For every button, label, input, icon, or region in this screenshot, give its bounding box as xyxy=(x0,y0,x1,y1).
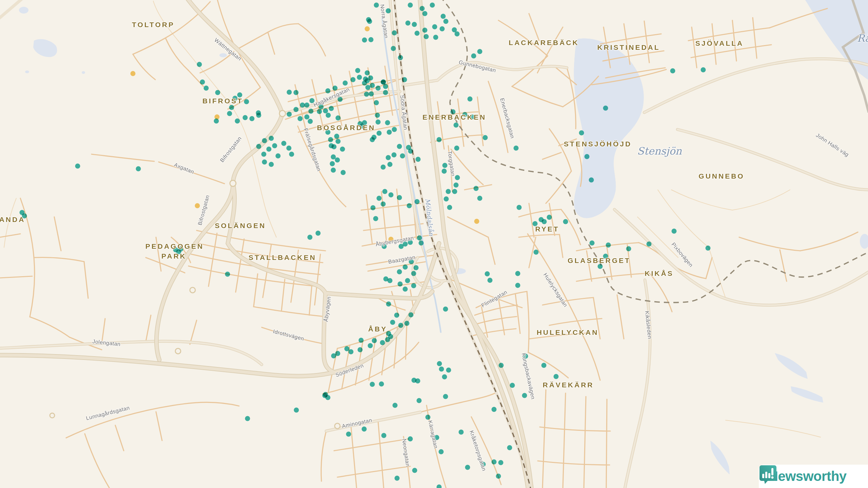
teal-data-point xyxy=(329,106,334,111)
teal-data-point xyxy=(407,203,412,208)
district-label: ENERBACKEN xyxy=(422,113,486,122)
teal-data-point xyxy=(415,199,420,204)
teal-data-point xyxy=(398,282,403,287)
teal-data-point xyxy=(367,19,372,24)
teal-data-point xyxy=(452,189,457,194)
teal-data-point xyxy=(522,393,527,398)
teal-data-point xyxy=(439,367,444,372)
teal-data-point xyxy=(376,120,381,125)
teal-data-point xyxy=(225,272,230,277)
teal-data-point xyxy=(308,119,313,124)
teal-data-point xyxy=(365,70,370,76)
teal-data-point xyxy=(392,152,397,158)
teal-data-point xyxy=(245,416,250,421)
major-roads xyxy=(0,0,532,488)
teal-data-point xyxy=(346,432,351,437)
teal-data-point xyxy=(603,106,608,111)
teal-data-point xyxy=(477,196,482,201)
teal-data-point xyxy=(447,205,452,210)
teal-data-point xyxy=(349,349,354,354)
yellow-data-point xyxy=(195,203,200,208)
teal-data-point xyxy=(227,111,232,116)
teal-data-point xyxy=(388,278,393,283)
teal-data-point xyxy=(507,445,512,450)
teal-data-point xyxy=(204,86,209,91)
district-label: STENSJÖHÖJD xyxy=(564,140,632,148)
teal-data-point xyxy=(541,363,547,368)
teal-data-point xyxy=(416,157,421,162)
teal-data-point xyxy=(499,363,504,368)
teal-data-point xyxy=(405,321,410,326)
teal-data-point xyxy=(399,244,404,249)
teal-data-point xyxy=(420,6,425,11)
teal-data-point xyxy=(331,168,336,173)
teal-data-point xyxy=(359,338,364,343)
district-label: HULELYCKAN xyxy=(537,328,599,337)
teal-data-point xyxy=(417,398,422,403)
newsworthy-attribution[interactable]: Newsworthy xyxy=(759,465,868,488)
teal-data-point xyxy=(375,113,380,118)
teal-data-point xyxy=(333,86,338,91)
teal-data-point xyxy=(433,35,438,40)
teal-data-point xyxy=(419,241,424,246)
teal-data-point xyxy=(393,403,398,408)
teal-data-point xyxy=(381,433,387,438)
teal-data-point xyxy=(383,84,388,89)
teal-data-point xyxy=(409,312,414,318)
teal-data-point xyxy=(338,97,343,102)
teal-data-point xyxy=(364,92,369,97)
major-road-casings xyxy=(0,0,532,488)
teal-data-point xyxy=(510,383,515,388)
teal-data-point xyxy=(370,137,375,142)
teal-data-point xyxy=(672,229,677,234)
teal-data-point xyxy=(437,137,442,142)
teal-data-point xyxy=(440,26,445,32)
teal-data-point xyxy=(381,202,386,207)
teal-data-point xyxy=(340,147,345,152)
teal-data-point xyxy=(381,165,386,170)
teal-data-point xyxy=(395,476,400,481)
teal-data-point xyxy=(366,85,371,90)
teal-data-point xyxy=(308,235,313,240)
teal-data-point xyxy=(374,3,379,8)
teal-data-point xyxy=(439,449,444,454)
teal-data-point xyxy=(430,3,435,8)
teal-data-point xyxy=(415,31,420,36)
district-label: RÄVEKÄRR xyxy=(542,381,594,389)
teal-data-point xyxy=(442,169,447,174)
teal-data-point xyxy=(402,77,407,82)
teal-data-point xyxy=(309,109,314,114)
teal-data-point xyxy=(287,112,292,117)
teal-data-point xyxy=(362,427,367,432)
yellow-data-point xyxy=(474,219,479,224)
teal-data-point xyxy=(262,138,267,143)
teal-data-point xyxy=(304,115,310,120)
footpaths xyxy=(4,1,821,437)
teal-data-point xyxy=(397,195,402,200)
teal-data-point xyxy=(437,485,442,488)
teal-data-point xyxy=(261,152,267,157)
teal-data-point xyxy=(316,231,321,236)
teal-data-point xyxy=(465,465,470,470)
teal-data-point xyxy=(388,162,393,167)
teal-data-point xyxy=(256,113,261,118)
teal-data-point xyxy=(589,178,594,183)
teal-data-point xyxy=(563,219,568,224)
teal-data-point xyxy=(75,164,80,169)
teal-data-point xyxy=(276,154,281,159)
map-viewport[interactable]: TOLTORPBIFROSTBOSGÅRDENSOLÄNGENPEDAGOGEN… xyxy=(0,0,868,488)
district-label: ANDA xyxy=(0,215,25,224)
teal-data-point xyxy=(243,115,248,120)
newsworthy-logo-text: Newsworthy xyxy=(768,469,847,484)
teal-data-point xyxy=(235,119,240,124)
teal-data-point xyxy=(398,55,403,60)
teal-data-point xyxy=(392,30,397,36)
district-label: BOSGÅRDEN xyxy=(317,123,376,132)
teal-data-point xyxy=(514,146,519,151)
teal-data-point xyxy=(380,340,385,345)
teal-data-point xyxy=(269,162,274,167)
teal-data-point xyxy=(626,246,631,251)
teal-data-point xyxy=(287,90,292,95)
teal-data-point xyxy=(579,130,584,136)
teal-data-point xyxy=(317,109,322,114)
